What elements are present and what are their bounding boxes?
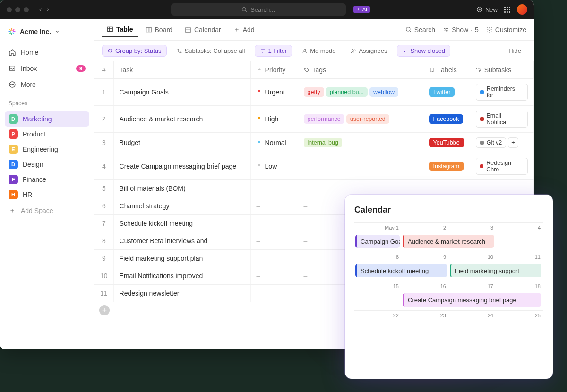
label-pill[interactable]: Facebook xyxy=(429,114,464,124)
nav-home[interactable]: Home xyxy=(5,45,89,60)
workspace-selector[interactable]: Acme Inc. xyxy=(5,25,89,39)
tag-pill[interactable]: webflow xyxy=(369,87,398,97)
table-row[interactable]: 3 Budget Normal internal bug YouTubbe Gi… xyxy=(94,133,534,153)
calendar-event[interactable]: Audience & market research xyxy=(403,235,494,248)
tab-table[interactable]: Table xyxy=(102,23,138,37)
task-name[interactable]: Audience & market research xyxy=(113,106,250,133)
task-name[interactable]: Channel strategy xyxy=(113,197,250,215)
space-label: HR xyxy=(23,191,32,198)
label-pill[interactable]: Instagram xyxy=(429,162,464,171)
calendar-event[interactable]: Field marketing support xyxy=(450,264,541,277)
sparkle-icon xyxy=(356,7,361,12)
subtask-chip[interactable]: Git v2 xyxy=(476,137,507,148)
global-search[interactable]: Search... xyxy=(171,3,346,16)
calendar-event[interactable]: Create Campaign messaging brief page xyxy=(403,293,541,307)
calendar-date: 10 xyxy=(488,254,493,260)
task-name[interactable]: Bill of materials (BOM) xyxy=(113,180,250,197)
col-task[interactable]: Task xyxy=(113,61,250,79)
calendar-date: 15 xyxy=(393,283,399,289)
table-row[interactable]: 4 Create Campaign messaging brief page L… xyxy=(94,153,534,180)
priority-flag-icon xyxy=(257,140,262,145)
task-name[interactable]: Redesign newsletter xyxy=(113,285,250,302)
apps-icon[interactable] xyxy=(504,7,510,13)
col-labels[interactable]: Labels xyxy=(423,61,470,79)
chip-hide[interactable]: Hide xyxy=(503,45,526,57)
subtask-chip[interactable]: Reminders for xyxy=(476,84,528,101)
space-item-finance[interactable]: FFinance xyxy=(5,172,89,187)
calendar-cell[interactable]: 4 xyxy=(496,222,543,252)
svg-rect-23 xyxy=(186,27,191,32)
tag-pill[interactable]: internal bug xyxy=(304,138,342,147)
calendar-cell[interactable]: 24 xyxy=(449,310,496,340)
task-name[interactable]: Budget xyxy=(113,133,250,153)
space-item-design[interactable]: DDesign xyxy=(5,157,89,172)
nav-back-icon[interactable]: ‹ xyxy=(39,5,42,14)
tag-pill[interactable]: getty xyxy=(304,87,324,97)
add-row-button[interactable]: + xyxy=(99,305,110,315)
nav-inbox[interactable]: Inbox 9 xyxy=(5,61,89,76)
layers-icon xyxy=(107,48,113,54)
col-number[interactable]: # xyxy=(94,61,113,79)
new-button[interactable]: New xyxy=(476,6,498,13)
tag-pill[interactable]: planned bu... xyxy=(326,87,368,97)
filter-icon xyxy=(260,48,266,54)
subtask-chip[interactable]: Redesign Chro xyxy=(476,158,528,175)
plus-icon: ＋ xyxy=(233,26,240,34)
add-space-button[interactable]: ＋ Add Space xyxy=(5,204,89,217)
calendar-date: 9 xyxy=(443,254,446,260)
ai-button[interactable]: AI xyxy=(353,6,370,13)
space-icon: E xyxy=(9,145,18,154)
chip-me-mode[interactable]: Me mode xyxy=(297,45,341,57)
chip-show-closed[interactable]: Show closed xyxy=(397,45,450,57)
svg-point-27 xyxy=(406,27,410,31)
calendar-event[interactable]: Schedule kickoff meeting xyxy=(355,264,447,277)
task-name[interactable]: Email Notifications improved xyxy=(113,267,250,285)
table-row[interactable]: 2 Audience & market research High perfor… xyxy=(94,106,534,133)
space-item-hr[interactable]: HHR xyxy=(5,187,89,202)
tab-add-view[interactable]: ＋ Add xyxy=(229,23,259,37)
chip-group-by[interactable]: Group by: Status xyxy=(102,45,167,57)
table-row[interactable]: 1 Campaign Goals Urgent gettyplanned bu.… xyxy=(94,79,534,106)
chip-assignees[interactable]: Assignees xyxy=(345,45,392,57)
space-label: Marketing xyxy=(23,115,52,123)
calendar-cell[interactable]: 25 xyxy=(496,310,543,340)
window-controls[interactable] xyxy=(7,7,29,12)
toolbar-search[interactable]: Search xyxy=(405,26,435,34)
calendar-cell[interactable]: 23 xyxy=(402,310,449,340)
label-pill[interactable]: Twitter xyxy=(429,87,455,97)
space-item-engineering[interactable]: EEngineering xyxy=(5,142,89,157)
task-name[interactable]: Customer Beta interviews and xyxy=(113,232,250,250)
task-name[interactable]: Schedule kickoff meeting xyxy=(113,215,250,232)
toolbar-show[interactable]: Show · 5 xyxy=(443,26,479,34)
user-avatar[interactable] xyxy=(517,4,527,15)
tag-pill[interactable]: performance xyxy=(304,114,344,124)
col-subtasks[interactable]: Subtasks xyxy=(470,61,533,79)
calendar-icon xyxy=(185,26,191,33)
task-name[interactable]: Campaign Goals xyxy=(113,79,250,106)
workspace-logo-icon xyxy=(8,27,16,36)
tag-pill[interactable]: user-reported xyxy=(346,114,389,124)
calendar-cell[interactable]: 15 xyxy=(354,281,402,310)
table-icon xyxy=(107,26,113,33)
space-item-marketing[interactable]: DMarketing xyxy=(5,111,89,127)
subtask-chip[interactable]: Email Notificat xyxy=(476,111,528,128)
task-name[interactable]: Field marketing support plan xyxy=(113,250,250,267)
space-item-product[interactable]: PProduct xyxy=(5,127,89,142)
toolbar-customize[interactable]: Customize xyxy=(486,26,526,34)
col-tags[interactable]: Tags xyxy=(298,61,423,79)
svg-rect-17 xyxy=(108,27,113,31)
view-tabs: Table Board Calendar ＋ Add Sea xyxy=(94,19,534,41)
label-pill[interactable]: YouTubbe xyxy=(429,138,464,147)
nav-more[interactable]: More xyxy=(5,77,89,92)
sliders-icon xyxy=(443,26,449,33)
tab-board[interactable]: Board xyxy=(141,23,177,36)
nav-forward-icon[interactable]: › xyxy=(46,5,49,14)
sidebar: Acme Inc. Home Inbox 9 More Spaces DMark… xyxy=(0,19,94,349)
calendar-cell[interactable]: 22 xyxy=(354,310,402,340)
calendar-event[interactable]: Campaign Goals xyxy=(355,235,400,248)
chip-filter[interactable]: 1 Filter xyxy=(255,45,292,57)
task-name[interactable]: Create Campaign messaging brief page xyxy=(113,153,250,180)
chip-subtasks[interactable]: Subtasks: Collapse all xyxy=(172,45,250,57)
col-priority[interactable]: Priority xyxy=(250,61,298,79)
tab-calendar[interactable]: Calendar xyxy=(180,23,226,36)
